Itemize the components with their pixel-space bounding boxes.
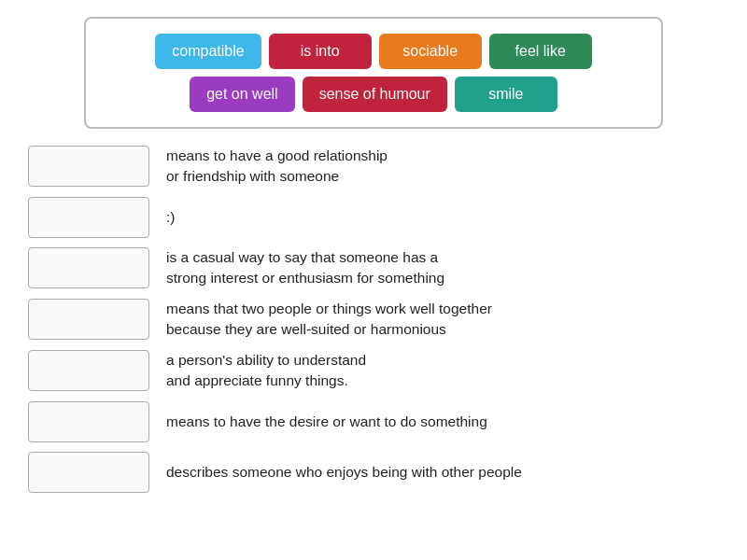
answer-box[interactable]	[28, 146, 149, 187]
definition-text: describes someone who enjoys being with …	[166, 462, 522, 483]
answer-box[interactable]	[28, 197, 149, 238]
word-bank-row-1: compatibleis intosociablefeel like	[105, 34, 642, 69]
match-row: means to have the desire or want to do s…	[28, 401, 719, 442]
definition-text: a person's ability to understand and app…	[166, 350, 366, 392]
match-rows: means to have a good relationship or fri…	[28, 146, 719, 493]
definition-text: is a casual way to say that someone has …	[166, 247, 444, 289]
word-bank-row-2: get on wellsense of humoursmile	[105, 77, 642, 112]
match-row: describes someone who enjoys being with …	[28, 452, 719, 493]
word-chip[interactable]: compatible	[155, 34, 261, 69]
match-row: is a casual way to say that someone has …	[28, 247, 719, 289]
answer-box[interactable]	[28, 452, 149, 493]
definition-text: :)	[166, 207, 175, 228]
word-chip[interactable]: get on well	[190, 77, 295, 112]
match-row: means to have a good relationship or fri…	[28, 146, 719, 188]
definition-text: means to have the desire or want to do s…	[166, 412, 487, 432]
definition-text: means that two people or things work wel…	[166, 299, 492, 341]
word-chip[interactable]: smile	[455, 77, 557, 112]
answer-box[interactable]	[28, 401, 149, 442]
word-bank: compatibleis intosociablefeel like get o…	[84, 17, 663, 129]
word-chip[interactable]: is into	[269, 34, 372, 69]
match-row: :)	[28, 197, 719, 238]
match-row: a person's ability to understand and app…	[28, 350, 719, 392]
answer-box[interactable]	[28, 247, 149, 288]
word-chip[interactable]: sense of humour	[303, 77, 447, 112]
word-chip[interactable]: feel like	[489, 34, 592, 69]
word-chip[interactable]: sociable	[379, 34, 482, 69]
match-row: means that two people or things work wel…	[28, 299, 719, 341]
definition-text: means to have a good relationship or fri…	[166, 146, 388, 188]
answer-box[interactable]	[28, 299, 149, 340]
answer-box[interactable]	[28, 350, 149, 391]
